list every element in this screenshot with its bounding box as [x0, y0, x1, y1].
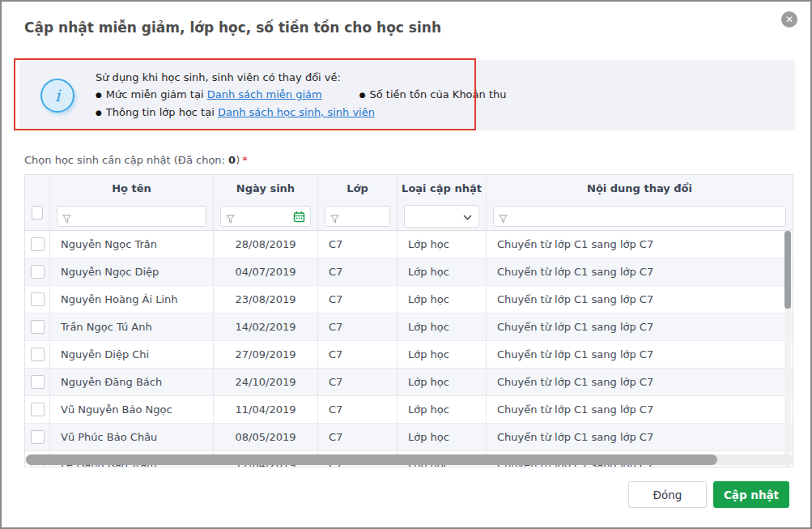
update-button[interactable]: Cập nhật	[713, 481, 789, 508]
cell-update-type: Lớp học	[397, 424, 486, 450]
col-header-class: Lớp	[317, 175, 397, 202]
info-line-2: ●Mức miễn giảm tại Danh sách miễn giảm●S…	[96, 86, 507, 104]
info-box: i Sử dụng khi học sinh, sinh viên có tha…	[19, 60, 795, 130]
cell-name: Vũ Nguyễn Bảo Ngọc	[49, 396, 213, 423]
col-header-change: Nội dung thay đổi	[486, 175, 793, 202]
filter-cell-change	[486, 202, 793, 230]
link-danh-sach-hoc-sinh[interactable]: Danh sách học sinh, sinh viên	[218, 106, 375, 118]
row-select-cell	[25, 286, 49, 313]
filter-funnel-icon	[499, 212, 508, 228]
header-checkbox-spacer	[25, 175, 49, 202]
cell-name: Nguyễn Ngọc Diệp	[49, 258, 213, 285]
bullet-icon: ●	[359, 91, 366, 99]
bullet-icon: ●	[96, 91, 102, 99]
cell-update-type: Lớp học	[397, 369, 486, 395]
row-select-cell	[25, 424, 49, 450]
cell-class: C7	[317, 258, 397, 285]
cell-change: Chuyển từ lớp C1 sang lớp C7	[486, 231, 793, 258]
row-checkbox[interactable]	[31, 292, 45, 306]
cell-class: C7	[317, 341, 397, 368]
close-icon[interactable]: ✕	[781, 11, 797, 28]
cell-name: Nguyễn Ngọc Trân	[49, 231, 213, 258]
row-checkbox[interactable]	[31, 265, 45, 279]
update-students-modal: Cập nhật miễn giảm, lớp học, số tiền tồn…	[0, 0, 812, 529]
row-checkbox[interactable]	[31, 237, 45, 251]
cell-name: Nguyễn Hoàng Ái Linh	[49, 286, 213, 313]
cell-class: C7	[317, 369, 397, 395]
modal-title: Cập nhật miễn giảm, lớp học, số tiền tồn…	[24, 19, 441, 36]
filter-input-name[interactable]	[57, 206, 206, 227]
selection-label-prefix: Chọn học sinh cần cập nhật (Đã chọn:	[24, 154, 228, 166]
info-item1-text: Mức miễn giảm tại	[106, 88, 207, 100]
cell-name: Trần Ngọc Tú Anh	[49, 314, 213, 340]
selection-label-suffix: )	[236, 154, 240, 166]
bullet-icon: ●	[96, 109, 102, 117]
cell-change: Chuyển từ lớp C1 sang lớp C7	[486, 341, 793, 368]
chevron-down-icon	[463, 208, 472, 224]
cell-class: C7	[317, 286, 397, 313]
table-header: Họ tên Ngày sinh Lớp Loại cập nhật Nội d…	[25, 175, 793, 231]
cell-name: Vũ Phúc Bảo Châu	[49, 424, 213, 450]
cell-change: Chuyển từ lớp C1 sang lớp C7	[486, 424, 793, 450]
row-select-cell	[25, 231, 49, 258]
cell-dob: 14/02/2019	[213, 314, 317, 340]
cell-class: C7	[317, 396, 397, 423]
info-item2-text: Số tiền tồn của Khoản thu	[370, 88, 507, 100]
row-select-cell	[25, 258, 49, 285]
filter-input-change[interactable]	[493, 206, 786, 227]
filter-funnel-icon	[62, 212, 71, 228]
row-checkbox[interactable]	[31, 375, 45, 389]
table-row: Nguyễn Ngọc Diệp04/07/2019C7Lớp họcChuyể…	[25, 258, 793, 286]
cell-class: C7	[317, 424, 397, 450]
filter-funnel-icon	[226, 212, 235, 228]
cell-dob: 23/08/2019	[213, 286, 317, 313]
filter-cell-name	[49, 202, 213, 230]
selected-count: 0	[228, 154, 236, 166]
students-table: Họ tên Ngày sinh Lớp Loại cập nhật Nội d…	[24, 174, 793, 467]
row-checkbox[interactable]	[31, 348, 45, 361]
cell-change: Chuyển từ lớp C1 sang lớp C7	[486, 369, 793, 395]
cell-change: Chuyển từ lớp C1 sang lớp C7	[486, 286, 793, 313]
vertical-scrollbar-thumb[interactable]	[784, 231, 791, 309]
row-select-cell	[25, 396, 49, 423]
cell-update-type: Lớp học	[397, 341, 486, 368]
col-header-name: Họ tên	[49, 175, 213, 202]
cell-name: Nguyễn Diệp Chi	[49, 341, 213, 368]
row-checkbox[interactable]	[31, 320, 45, 334]
calendar-icon[interactable]	[293, 211, 305, 226]
row-select-cell	[25, 369, 49, 395]
filter-cell-update-type	[397, 202, 486, 230]
filter-cell-dob	[213, 202, 317, 230]
filter-cell-class	[317, 202, 397, 230]
cell-update-type: Lớp học	[397, 231, 486, 258]
selection-label: Chọn học sinh cần cập nhật (Đã chọn: 0)*	[24, 154, 248, 166]
cell-update-type: Lớp học	[397, 396, 486, 423]
table-row: Trần Ngọc Tú Anh14/02/2019C7Lớp họcChuyể…	[25, 314, 793, 341]
info-icon: i	[40, 79, 74, 113]
table-row: Nguyễn Đăng Bách24/10/2019C7Lớp họcChuyể…	[25, 369, 793, 396]
select-all-checkbox[interactable]	[32, 206, 43, 220]
table-row: Nguyễn Ngọc Trân28/08/2019C7Lớp họcChuyể…	[25, 231, 793, 258]
horizontal-scrollbar-thumb[interactable]	[26, 454, 717, 465]
table-row: Vũ Nguyễn Bảo Ngọc11/04/2019C7Lớp họcChu…	[25, 396, 793, 424]
cell-name: Nguyễn Đăng Bách	[49, 369, 213, 395]
cell-dob: 04/07/2019	[213, 258, 317, 285]
row-checkbox[interactable]	[31, 403, 45, 416]
cell-class: C7	[317, 231, 397, 258]
col-header-dob: Ngày sinh	[213, 175, 317, 202]
cell-dob: 11/04/2019	[213, 396, 317, 423]
cell-change: Chuyển từ lớp C1 sang lớp C7	[486, 258, 793, 285]
cell-dob: 08/05/2019	[213, 424, 317, 450]
info-line-3: ●Thông tin lớp học tại Danh sách học sin…	[96, 104, 507, 122]
row-select-cell	[25, 314, 49, 340]
info-item3-text: Thông tin lớp học tại	[106, 106, 218, 118]
row-checkbox[interactable]	[31, 430, 45, 444]
cell-dob: 24/10/2019	[213, 369, 317, 395]
info-intro: Sử dụng khi học sinh, sinh viên có thay …	[96, 69, 507, 86]
filter-select-update-type[interactable]	[404, 205, 479, 228]
link-danh-sach-mien-giam[interactable]: Danh sách miễn giảm	[207, 88, 322, 100]
table-row: Nguyễn Hoàng Ái Linh23/08/2019C7Lớp họcC…	[25, 286, 793, 314]
horizontal-scrollbar-track[interactable]	[24, 454, 793, 465]
cell-dob: 28/08/2019	[213, 231, 317, 258]
close-button[interactable]: Đóng	[628, 481, 707, 508]
